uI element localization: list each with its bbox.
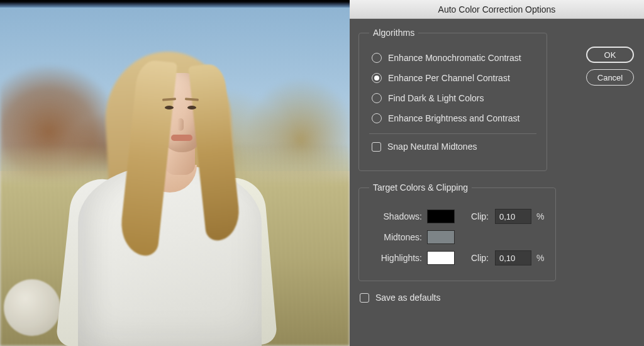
algorithms-legend: Algorithms	[369, 28, 418, 38]
canvas-image	[0, 0, 350, 346]
photo-film-edge	[0, 0, 350, 8]
radio-find-dark-light[interactable]	[372, 93, 382, 103]
radio-label-monochromatic: Enhance Monochromatic Contrast	[388, 53, 521, 63]
highlights-clip-label: Clip:	[462, 253, 490, 263]
dialog-title: Auto Color Correction Options	[438, 4, 556, 14]
photo-subject	[69, 35, 258, 346]
auto-color-correction-dialog: Auto Color Correction Options Algorithms…	[350, 0, 644, 346]
midtones-label: Midtones:	[369, 232, 422, 242]
save-as-defaults-label: Save as defaults	[375, 293, 441, 303]
algorithms-separator	[369, 133, 536, 134]
checkbox-save-as-defaults[interactable]	[360, 293, 369, 303]
target-colors-group: Target Colors & Clipping Shadows: Clip: …	[358, 182, 556, 281]
shadows-clip-input[interactable]	[495, 209, 531, 224]
radio-enhance-brightness-contrast[interactable]	[372, 113, 382, 123]
checkbox-snap-neutral-midtones[interactable]	[372, 142, 381, 152]
shadows-clip-percent: %	[536, 211, 545, 221]
radio-enhance-per-channel[interactable]	[372, 73, 382, 83]
photo-bokeh-disc	[4, 279, 60, 336]
highlights-clip-percent: %	[536, 253, 545, 263]
radio-label-per-channel: Enhance Per Channel Contrast	[388, 73, 510, 83]
dialog-titlebar[interactable]: Auto Color Correction Options	[350, 0, 644, 19]
midtones-color-swatch[interactable]	[427, 230, 455, 244]
highlights-label: Highlights:	[369, 253, 422, 263]
highlights-color-swatch[interactable]	[427, 251, 455, 265]
snap-neutral-midtones-label: Snap Neutral Midtones	[387, 142, 477, 152]
radio-label-dark-light: Find Dark & Light Colors	[388, 93, 484, 103]
radio-enhance-monochromatic[interactable]	[372, 53, 382, 63]
highlights-clip-input[interactable]	[495, 250, 531, 265]
algorithms-group: Algorithms Enhance Monochromatic Contras…	[358, 28, 547, 171]
radio-label-brightness-contrast: Enhance Brightness and Contrast	[388, 113, 519, 123]
ok-button[interactable]: OK	[586, 47, 634, 63]
shadows-clip-label: Clip:	[462, 211, 490, 221]
shadows-label: Shadows:	[369, 211, 422, 221]
target-colors-legend: Target Colors & Clipping	[369, 182, 472, 193]
cancel-button[interactable]: Cancel	[586, 69, 634, 86]
shadows-color-swatch[interactable]	[427, 209, 455, 223]
